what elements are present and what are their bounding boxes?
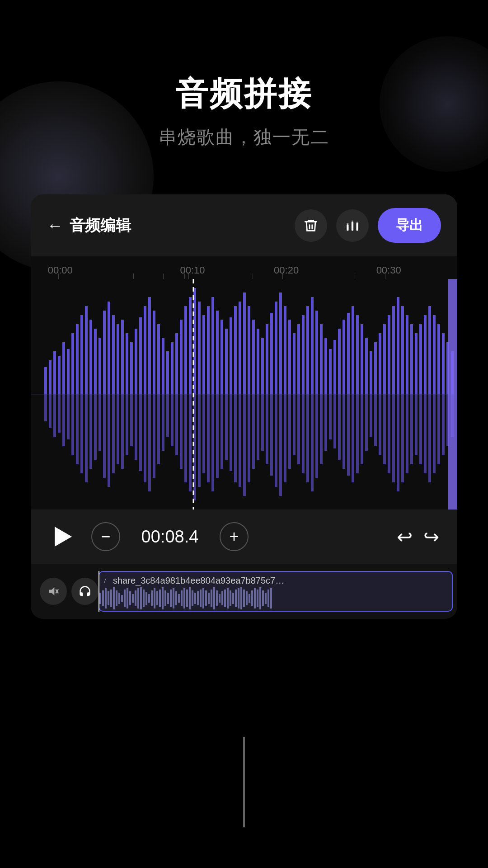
svg-rect-108 bbox=[85, 394, 88, 482]
svg-rect-57 bbox=[266, 324, 268, 394]
svg-rect-134 bbox=[202, 394, 205, 473]
svg-rect-247 bbox=[243, 590, 245, 607]
mute-button[interactable] bbox=[40, 578, 67, 605]
export-button[interactable]: 导出 bbox=[378, 208, 441, 243]
svg-rect-24 bbox=[117, 324, 119, 394]
delete-button[interactable] bbox=[295, 209, 327, 242]
play-button[interactable] bbox=[49, 522, 78, 551]
svg-rect-243 bbox=[232, 593, 234, 604]
svg-rect-250 bbox=[251, 590, 253, 606]
svg-rect-217 bbox=[162, 587, 164, 609]
svg-rect-91 bbox=[419, 324, 422, 394]
svg-rect-51 bbox=[239, 302, 241, 394]
svg-rect-105 bbox=[71, 394, 74, 455]
svg-rect-208 bbox=[137, 588, 139, 609]
svg-rect-211 bbox=[145, 592, 147, 605]
svg-rect-212 bbox=[148, 594, 150, 603]
svg-rect-39 bbox=[184, 306, 187, 394]
svg-rect-47 bbox=[221, 320, 223, 394]
svg-rect-29 bbox=[139, 317, 142, 394]
right-edge-handle[interactable] bbox=[448, 279, 457, 509]
redo-button[interactable]: ↪ bbox=[423, 526, 439, 548]
svg-rect-241 bbox=[227, 588, 229, 609]
svg-rect-133 bbox=[198, 394, 201, 487]
svg-rect-198 bbox=[110, 590, 112, 607]
waveform-container[interactable]: 00:00 00:10 00:20 00:30 bbox=[31, 256, 457, 509]
svg-rect-138 bbox=[221, 394, 223, 469]
svg-rect-155 bbox=[297, 394, 300, 464]
svg-rect-210 bbox=[143, 590, 145, 607]
svg-rect-162 bbox=[329, 394, 332, 439]
svg-rect-27 bbox=[130, 342, 133, 394]
svg-rect-13 bbox=[67, 349, 70, 394]
svg-rect-34 bbox=[162, 338, 164, 394]
timeline-label-2: 00:20 bbox=[274, 264, 299, 276]
svg-rect-53 bbox=[248, 306, 250, 394]
svg-rect-36 bbox=[171, 342, 174, 394]
svg-rect-196 bbox=[105, 588, 107, 609]
bottom-playhead-extension bbox=[244, 737, 244, 827]
svg-rect-64 bbox=[297, 324, 300, 394]
svg-rect-215 bbox=[156, 591, 158, 605]
svg-rect-238 bbox=[219, 594, 221, 603]
svg-rect-32 bbox=[153, 311, 155, 394]
svg-rect-90 bbox=[415, 333, 418, 394]
undo-button[interactable]: ↩ bbox=[397, 526, 413, 548]
svg-rect-46 bbox=[216, 311, 219, 394]
svg-rect-33 bbox=[157, 324, 160, 394]
svg-rect-180 bbox=[410, 394, 413, 464]
svg-rect-74 bbox=[343, 320, 345, 394]
svg-rect-92 bbox=[424, 315, 427, 394]
timestamp-display: 00:08.4 bbox=[134, 527, 206, 547]
svg-rect-194 bbox=[99, 593, 101, 604]
svg-rect-140 bbox=[230, 394, 232, 471]
svg-rect-77 bbox=[356, 315, 359, 394]
svg-rect-48 bbox=[225, 329, 228, 394]
svg-rect-178 bbox=[401, 394, 404, 482]
svg-rect-202 bbox=[121, 595, 123, 602]
svg-rect-146 bbox=[257, 394, 259, 460]
svg-rect-257 bbox=[270, 588, 272, 609]
svg-rect-200 bbox=[116, 590, 117, 606]
svg-rect-136 bbox=[211, 394, 214, 491]
track-content[interactable]: ♪ share_3c84a981b4ee804a93ea7b875c7582c0… bbox=[99, 571, 453, 612]
svg-rect-35 bbox=[166, 351, 169, 394]
svg-rect-163 bbox=[333, 394, 336, 448]
svg-rect-120 bbox=[139, 394, 142, 471]
svg-rect-28 bbox=[135, 329, 137, 394]
svg-rect-52 bbox=[243, 292, 246, 394]
svg-rect-234 bbox=[208, 593, 210, 604]
svg-rect-139 bbox=[225, 394, 228, 460]
svg-rect-158 bbox=[311, 394, 314, 491]
svg-rect-231 bbox=[200, 590, 202, 607]
svg-rect-113 bbox=[108, 394, 110, 487]
plus-button[interactable]: + bbox=[220, 522, 249, 551]
svg-rect-143 bbox=[243, 394, 246, 496]
svg-rect-87 bbox=[401, 306, 404, 394]
headphone-button[interactable] bbox=[71, 578, 99, 605]
svg-rect-237 bbox=[216, 590, 218, 606]
svg-rect-67 bbox=[311, 297, 314, 394]
minus-button[interactable]: − bbox=[91, 522, 120, 551]
svg-rect-184 bbox=[428, 394, 431, 482]
svg-rect-171 bbox=[370, 394, 372, 437]
editor-title: 音频编辑 bbox=[70, 215, 131, 236]
svg-rect-213 bbox=[151, 590, 153, 606]
svg-rect-12 bbox=[62, 342, 65, 394]
equalizer-button[interactable] bbox=[336, 209, 369, 242]
svg-rect-112 bbox=[103, 394, 106, 478]
editor-topbar: ← 音频编辑 bbox=[31, 194, 457, 256]
svg-rect-185 bbox=[433, 394, 436, 473]
svg-rect-127 bbox=[171, 394, 174, 446]
svg-rect-71 bbox=[329, 349, 332, 394]
svg-rect-244 bbox=[235, 590, 237, 607]
svg-rect-19 bbox=[94, 329, 97, 394]
svg-rect-58 bbox=[270, 313, 273, 394]
svg-rect-81 bbox=[374, 342, 377, 394]
svg-rect-43 bbox=[202, 315, 205, 394]
svg-rect-148 bbox=[266, 394, 268, 464]
svg-rect-248 bbox=[246, 591, 248, 605]
back-button[interactable]: ← 音频编辑 bbox=[47, 215, 131, 236]
svg-rect-25 bbox=[121, 320, 124, 394]
svg-rect-130 bbox=[184, 394, 187, 482]
